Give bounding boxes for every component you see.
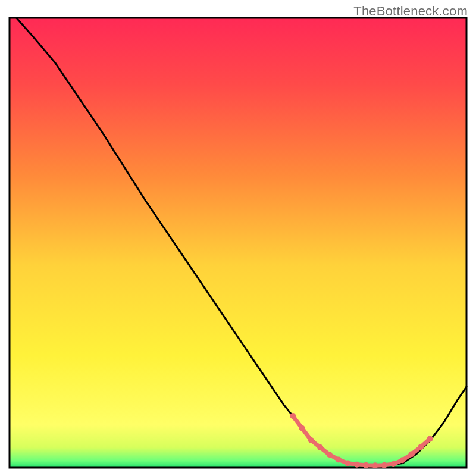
optimal-band-dot (290, 413, 296, 419)
optimal-band-dot (336, 456, 342, 462)
bottleneck-chart (0, 0, 476, 476)
optimal-band-dot (354, 462, 360, 468)
optimal-band-dot (299, 425, 305, 431)
optimal-band-dot (345, 460, 350, 466)
plot-area (10, 18, 466, 468)
optimal-band-dot (390, 461, 396, 467)
optimal-band-dot (418, 444, 424, 450)
chart-frame: TheBottleneck.com (0, 0, 476, 476)
optimal-band-dot (427, 436, 433, 442)
optimal-band-dot (363, 462, 369, 468)
optimal-band-dot (399, 457, 405, 463)
optimal-band-dot (317, 444, 323, 450)
optimal-band-dot (308, 437, 314, 443)
optimal-band-dot (327, 452, 333, 458)
optimal-band-dot (409, 451, 415, 457)
optimal-band-dot (381, 462, 387, 468)
optimal-band-dot (372, 462, 378, 468)
